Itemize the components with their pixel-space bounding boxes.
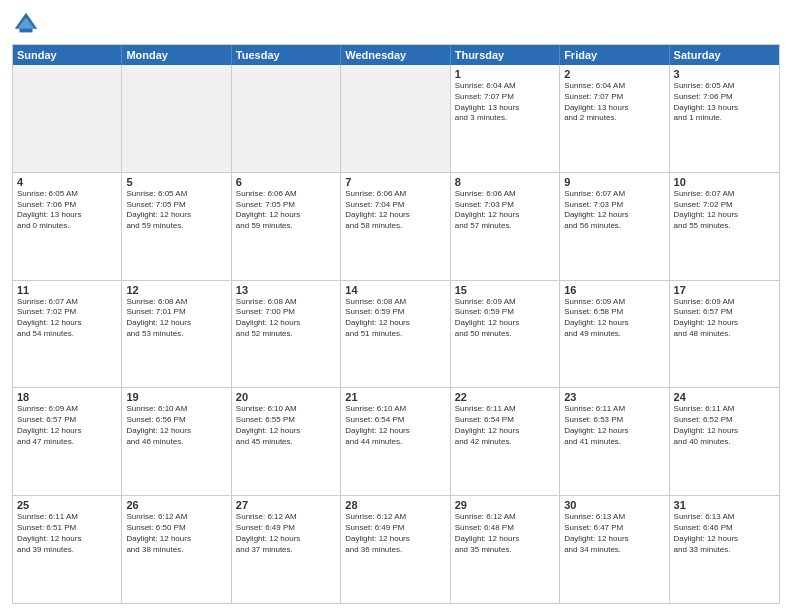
- logo: [12, 10, 44, 38]
- calendar-cell: [341, 65, 450, 172]
- calendar-cell: 26Sunrise: 6:12 AM Sunset: 6:50 PM Dayli…: [122, 496, 231, 603]
- calendar-header-cell: Thursday: [451, 45, 560, 65]
- day-number: 8: [455, 176, 555, 188]
- calendar-header-cell: Friday: [560, 45, 669, 65]
- calendar-cell: 28Sunrise: 6:12 AM Sunset: 6:49 PM Dayli…: [341, 496, 450, 603]
- day-info: Sunrise: 6:11 AM Sunset: 6:52 PM Dayligh…: [674, 404, 775, 447]
- day-number: 18: [17, 391, 117, 403]
- calendar-cell: 30Sunrise: 6:13 AM Sunset: 6:47 PM Dayli…: [560, 496, 669, 603]
- day-info: Sunrise: 6:09 AM Sunset: 6:57 PM Dayligh…: [674, 297, 775, 340]
- header: [12, 10, 780, 38]
- day-number: 14: [345, 284, 445, 296]
- day-info: Sunrise: 6:13 AM Sunset: 6:47 PM Dayligh…: [564, 512, 664, 555]
- calendar-cell: 12Sunrise: 6:08 AM Sunset: 7:01 PM Dayli…: [122, 281, 231, 388]
- calendar-cell: 7Sunrise: 6:06 AM Sunset: 7:04 PM Daylig…: [341, 173, 450, 280]
- day-info: Sunrise: 6:09 AM Sunset: 6:57 PM Dayligh…: [17, 404, 117, 447]
- calendar-row: 4Sunrise: 6:05 AM Sunset: 7:06 PM Daylig…: [13, 172, 779, 280]
- calendar-header-cell: Sunday: [13, 45, 122, 65]
- calendar: SundayMondayTuesdayWednesdayThursdayFrid…: [12, 44, 780, 604]
- calendar-cell: 21Sunrise: 6:10 AM Sunset: 6:54 PM Dayli…: [341, 388, 450, 495]
- day-info: Sunrise: 6:07 AM Sunset: 7:02 PM Dayligh…: [17, 297, 117, 340]
- calendar-cell: 17Sunrise: 6:09 AM Sunset: 6:57 PM Dayli…: [670, 281, 779, 388]
- day-info: Sunrise: 6:05 AM Sunset: 7:06 PM Dayligh…: [674, 81, 775, 124]
- calendar-row: 25Sunrise: 6:11 AM Sunset: 6:51 PM Dayli…: [13, 495, 779, 603]
- day-info: Sunrise: 6:11 AM Sunset: 6:51 PM Dayligh…: [17, 512, 117, 555]
- calendar-body: 1Sunrise: 6:04 AM Sunset: 7:07 PM Daylig…: [13, 65, 779, 603]
- calendar-cell: 11Sunrise: 6:07 AM Sunset: 7:02 PM Dayli…: [13, 281, 122, 388]
- day-number: 30: [564, 499, 664, 511]
- day-info: Sunrise: 6:11 AM Sunset: 6:53 PM Dayligh…: [564, 404, 664, 447]
- day-info: Sunrise: 6:12 AM Sunset: 6:50 PM Dayligh…: [126, 512, 226, 555]
- page: SundayMondayTuesdayWednesdayThursdayFrid…: [0, 0, 792, 612]
- day-number: 24: [674, 391, 775, 403]
- calendar-cell: 5Sunrise: 6:05 AM Sunset: 7:05 PM Daylig…: [122, 173, 231, 280]
- day-info: Sunrise: 6:05 AM Sunset: 7:06 PM Dayligh…: [17, 189, 117, 232]
- day-info: Sunrise: 6:10 AM Sunset: 6:56 PM Dayligh…: [126, 404, 226, 447]
- calendar-cell: 8Sunrise: 6:06 AM Sunset: 7:03 PM Daylig…: [451, 173, 560, 280]
- day-number: 16: [564, 284, 664, 296]
- day-info: Sunrise: 6:08 AM Sunset: 6:59 PM Dayligh…: [345, 297, 445, 340]
- day-number: 7: [345, 176, 445, 188]
- calendar-cell: 2Sunrise: 6:04 AM Sunset: 7:07 PM Daylig…: [560, 65, 669, 172]
- day-number: 3: [674, 68, 775, 80]
- calendar-cell: 31Sunrise: 6:13 AM Sunset: 6:46 PM Dayli…: [670, 496, 779, 603]
- day-info: Sunrise: 6:04 AM Sunset: 7:07 PM Dayligh…: [564, 81, 664, 124]
- day-info: Sunrise: 6:12 AM Sunset: 6:48 PM Dayligh…: [455, 512, 555, 555]
- day-info: Sunrise: 6:09 AM Sunset: 6:59 PM Dayligh…: [455, 297, 555, 340]
- day-info: Sunrise: 6:07 AM Sunset: 7:02 PM Dayligh…: [674, 189, 775, 232]
- calendar-cell: 19Sunrise: 6:10 AM Sunset: 6:56 PM Dayli…: [122, 388, 231, 495]
- day-number: 5: [126, 176, 226, 188]
- calendar-cell: 3Sunrise: 6:05 AM Sunset: 7:06 PM Daylig…: [670, 65, 779, 172]
- calendar-cell: 10Sunrise: 6:07 AM Sunset: 7:02 PM Dayli…: [670, 173, 779, 280]
- day-number: 23: [564, 391, 664, 403]
- day-info: Sunrise: 6:10 AM Sunset: 6:54 PM Dayligh…: [345, 404, 445, 447]
- day-number: 25: [17, 499, 117, 511]
- day-number: 17: [674, 284, 775, 296]
- day-info: Sunrise: 6:06 AM Sunset: 7:04 PM Dayligh…: [345, 189, 445, 232]
- day-number: 26: [126, 499, 226, 511]
- calendar-cell: 20Sunrise: 6:10 AM Sunset: 6:55 PM Dayli…: [232, 388, 341, 495]
- day-info: Sunrise: 6:13 AM Sunset: 6:46 PM Dayligh…: [674, 512, 775, 555]
- day-number: 4: [17, 176, 117, 188]
- calendar-cell: [13, 65, 122, 172]
- day-number: 29: [455, 499, 555, 511]
- calendar-cell: 16Sunrise: 6:09 AM Sunset: 6:58 PM Dayli…: [560, 281, 669, 388]
- calendar-cell: 14Sunrise: 6:08 AM Sunset: 6:59 PM Dayli…: [341, 281, 450, 388]
- day-info: Sunrise: 6:12 AM Sunset: 6:49 PM Dayligh…: [236, 512, 336, 555]
- day-number: 6: [236, 176, 336, 188]
- day-number: 10: [674, 176, 775, 188]
- day-number: 28: [345, 499, 445, 511]
- svg-rect-2: [19, 29, 32, 33]
- calendar-cell: 22Sunrise: 6:11 AM Sunset: 6:54 PM Dayli…: [451, 388, 560, 495]
- calendar-header-cell: Wednesday: [341, 45, 450, 65]
- calendar-cell: 1Sunrise: 6:04 AM Sunset: 7:07 PM Daylig…: [451, 65, 560, 172]
- calendar-row: 1Sunrise: 6:04 AM Sunset: 7:07 PM Daylig…: [13, 65, 779, 172]
- day-info: Sunrise: 6:04 AM Sunset: 7:07 PM Dayligh…: [455, 81, 555, 124]
- calendar-cell: 29Sunrise: 6:12 AM Sunset: 6:48 PM Dayli…: [451, 496, 560, 603]
- calendar-cell: 27Sunrise: 6:12 AM Sunset: 6:49 PM Dayli…: [232, 496, 341, 603]
- day-number: 12: [126, 284, 226, 296]
- day-info: Sunrise: 6:11 AM Sunset: 6:54 PM Dayligh…: [455, 404, 555, 447]
- calendar-row: 11Sunrise: 6:07 AM Sunset: 7:02 PM Dayli…: [13, 280, 779, 388]
- calendar-cell: 6Sunrise: 6:06 AM Sunset: 7:05 PM Daylig…: [232, 173, 341, 280]
- day-info: Sunrise: 6:08 AM Sunset: 7:00 PM Dayligh…: [236, 297, 336, 340]
- calendar-header-cell: Saturday: [670, 45, 779, 65]
- calendar-cell: 25Sunrise: 6:11 AM Sunset: 6:51 PM Dayli…: [13, 496, 122, 603]
- day-number: 21: [345, 391, 445, 403]
- calendar-cell: [232, 65, 341, 172]
- day-info: Sunrise: 6:10 AM Sunset: 6:55 PM Dayligh…: [236, 404, 336, 447]
- day-number: 20: [236, 391, 336, 403]
- day-info: Sunrise: 6:09 AM Sunset: 6:58 PM Dayligh…: [564, 297, 664, 340]
- day-info: Sunrise: 6:05 AM Sunset: 7:05 PM Dayligh…: [126, 189, 226, 232]
- calendar-header-cell: Monday: [122, 45, 231, 65]
- day-number: 27: [236, 499, 336, 511]
- calendar-cell: 18Sunrise: 6:09 AM Sunset: 6:57 PM Dayli…: [13, 388, 122, 495]
- day-info: Sunrise: 6:08 AM Sunset: 7:01 PM Dayligh…: [126, 297, 226, 340]
- day-number: 19: [126, 391, 226, 403]
- calendar-row: 18Sunrise: 6:09 AM Sunset: 6:57 PM Dayli…: [13, 387, 779, 495]
- day-info: Sunrise: 6:06 AM Sunset: 7:03 PM Dayligh…: [455, 189, 555, 232]
- calendar-header-cell: Tuesday: [232, 45, 341, 65]
- calendar-cell: 13Sunrise: 6:08 AM Sunset: 7:00 PM Dayli…: [232, 281, 341, 388]
- day-number: 1: [455, 68, 555, 80]
- calendar-cell: 24Sunrise: 6:11 AM Sunset: 6:52 PM Dayli…: [670, 388, 779, 495]
